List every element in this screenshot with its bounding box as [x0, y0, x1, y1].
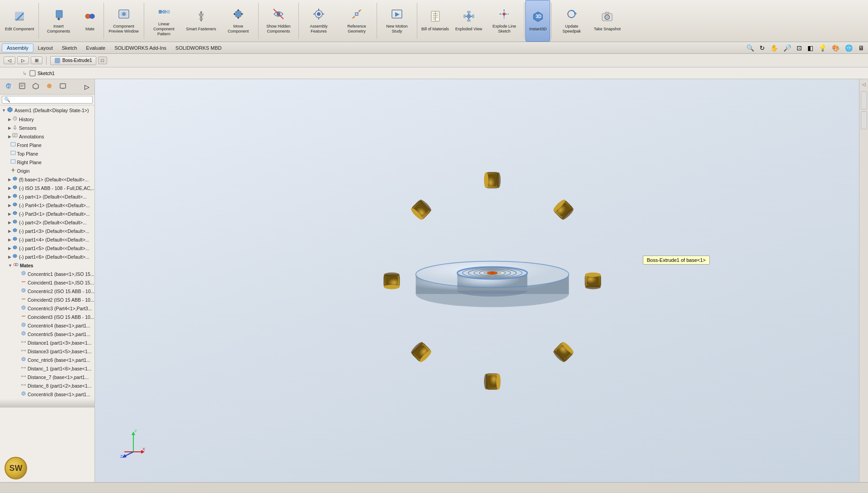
- view-icon-appearance[interactable]: 🎨: [830, 43, 841, 52]
- new-motion-study-button[interactable]: New Motion Study: [378, 0, 416, 42]
- tree-item-iso15abb[interactable]: ▶ (-) ISO 15 ABB - 108 - Full,DE,AC,...: [6, 184, 94, 192]
- view-icon-lights[interactable]: 💡: [817, 43, 828, 52]
- menu-assembly[interactable]: Assembly: [2, 43, 33, 52]
- coincident1-label: Coincident1 (base<1>,ISO 15...: [28, 280, 94, 285]
- tree-item-coincident1[interactable]: Coincident1 (base<1>,ISO 15...: [19, 278, 94, 287]
- svg-text:FM: FM: [7, 84, 12, 89]
- tree-item-distance7[interactable]: Distance_7 (base<1>,part1...: [19, 373, 94, 381]
- tree-expand-icon[interactable]: ▷: [82, 82, 92, 92]
- take-snapshot-button[interactable]: Take Snapshot: [590, 0, 624, 42]
- tree-item-mates[interactable]: ▼ Mates: [6, 261, 94, 270]
- config-manager-icon[interactable]: [30, 81, 42, 92]
- tree-root[interactable]: ▼ Assem1 (Default<Display State-1>): [0, 105, 94, 115]
- right-tab-2[interactable]: [861, 111, 867, 129]
- boss-extrude-breadcrumb[interactable]: Boss-Extrude1: [50, 56, 96, 65]
- bill-of-materials-button[interactable]: Bill of Materials: [418, 0, 452, 42]
- svg-point-122: [23, 358, 24, 360]
- feature-manager-icon[interactable]: FM: [3, 81, 14, 92]
- right-tab-1[interactable]: [861, 91, 867, 109]
- tree-item-concentric4[interactable]: Concentric4 (base<1>,part1...: [19, 321, 94, 330]
- tree-item-history[interactable]: ▶ History: [6, 115, 94, 123]
- component-preview-button[interactable]: Component Preview Window: [105, 0, 143, 42]
- menu-addins[interactable]: SOLIDWORKS Add-Ins: [110, 44, 171, 52]
- menu-sketch[interactable]: Sketch: [57, 44, 82, 52]
- menu-evaluate[interactable]: Evaluate: [81, 44, 110, 52]
- view-icon-pan[interactable]: ✋: [769, 43, 780, 52]
- tree-item-front-plane[interactable]: Front Plane: [6, 141, 94, 149]
- tree-item-concentric5[interactable]: Concentric5 (base<1>,part1...: [19, 330, 94, 338]
- tree-item-part1-3[interactable]: ▶ (-) part1<3> (Default<<Default>...: [6, 227, 94, 235]
- smart-fasteners-button[interactable]: Smart Fasteners: [183, 0, 220, 42]
- svg-rect-65: [55, 58, 60, 63]
- tree-item-distance1b[interactable]: Distanc_1 (part1<6>,base<1...: [19, 364, 94, 373]
- tree-item-part1-4[interactable]: ▶ (-) part1<4> (Default<<Default>...: [6, 235, 94, 244]
- svg-marker-23: [233, 13, 235, 15]
- tree-item-mates-label: Mates: [20, 263, 33, 268]
- update-speedpak-button[interactable]: Update Speedpak: [552, 0, 590, 42]
- reference-geometry-button[interactable]: Reference Geometry: [338, 0, 376, 42]
- 3d-viewport[interactable]: Boss-Extrude1 of base<1> Y X Z: [95, 79, 859, 482]
- tree-item-concentric6[interactable]: Conc_ntric6 (base<1>,part1...: [19, 356, 94, 364]
- tree-section-main: ▶ History ▶ Sensors ▶ Annotations: [0, 115, 94, 398]
- tree-item-part1-6[interactable]: ▶ (-) part1<6> (Default<<Default>...: [6, 252, 94, 261]
- dim-xpert-icon[interactable]: [43, 81, 55, 92]
- tree-item-part2[interactable]: ▶ (-) part<2> (Default<<Default>...: [6, 218, 94, 227]
- view-icon-rotate[interactable]: ↻: [758, 43, 767, 52]
- tree-item-part1[interactable]: ▶ (-) part<1> (Default<<Default>...: [6, 192, 94, 201]
- view-icon-zoom[interactable]: 🔎: [782, 43, 793, 52]
- view-icon-section[interactable]: ⊡: [795, 43, 804, 52]
- svg-marker-99: [13, 254, 17, 258]
- linear-component-pattern-button[interactable]: Linear Component Pattern: [145, 0, 183, 42]
- back-button[interactable]: ◁: [4, 57, 15, 64]
- tree-item-concentric8[interactable]: Concentric8 (base<1>,part1...: [19, 390, 94, 398]
- svg-marker-72: [33, 83, 38, 89]
- tree-item-concentric1[interactable]: Concentric1 (base<1>,ISO 15...: [19, 270, 94, 278]
- tree-item-top-plane[interactable]: Top Plane: [6, 149, 94, 158]
- tree-item-coincident3[interactable]: Coincident3 (ISO 15 ABB - 10...: [19, 313, 94, 321]
- svg-rect-48: [467, 11, 471, 13]
- extrude-box[interactable]: □: [98, 57, 107, 64]
- move-component-button[interactable]: Move Component: [219, 0, 257, 42]
- svg-point-109: [23, 307, 24, 308]
- menu-mbd[interactable]: SOLIDWORKS MBD: [171, 44, 226, 52]
- assembly-features-button[interactable]: Assembly Features: [300, 0, 338, 42]
- right-panel-expand[interactable]: ◁: [861, 81, 867, 88]
- tree-item-concentric2[interactable]: Concentric2 (ISO 15 ABB - 10...: [19, 287, 94, 295]
- show-hidden-button[interactable]: Show Hidden Components: [259, 0, 297, 42]
- tree-item-annotations[interactable]: ▶ Annotations: [6, 132, 94, 141]
- insert-components-button[interactable]: Insert Components: [40, 0, 78, 42]
- menu-layout[interactable]: Layout: [33, 44, 57, 52]
- rebuild-button[interactable]: ⊞: [31, 57, 42, 64]
- display-manager-icon[interactable]: [57, 81, 69, 92]
- exploded-view-button[interactable]: Exploded View: [452, 0, 485, 42]
- mate-button[interactable]: Mate: [78, 0, 103, 42]
- property-manager-icon[interactable]: [16, 81, 28, 92]
- view-icon-display[interactable]: ◧: [806, 43, 815, 52]
- explode-line-sketch-icon: [498, 8, 510, 23]
- edit-component-button[interactable]: Edit Component: [2, 0, 38, 42]
- view-icon-search[interactable]: 🔍: [745, 43, 756, 52]
- svg-point-108: [22, 306, 25, 309]
- forward-button[interactable]: ▷: [17, 57, 29, 64]
- tree-item-distance3[interactable]: Distance3 (part1<5>,base<1...: [19, 347, 94, 356]
- svg-point-148: [490, 272, 495, 274]
- tree-item-part3-1[interactable]: ▶ (-) Part3<1> (Default<<Default>...: [6, 209, 94, 218]
- tree-item-sensors[interactable]: ▶ Sensors: [6, 123, 94, 132]
- tree-item-part1-5[interactable]: ▶ (-) part1<5> (Default<<Default>...: [6, 244, 94, 252]
- tree-item-distance8[interactable]: Distanc_8 (part1<2>,base<1...: [19, 381, 94, 390]
- distance3-label: Distance3 (part1<5>,base<1...: [28, 349, 92, 354]
- tree-item-origin[interactable]: Origin: [6, 166, 94, 175]
- tree-item-concentric3[interactable]: Concentric3 (Part4<1>,Part3...: [19, 304, 94, 313]
- svg-line-79: [15, 119, 16, 119]
- 3d-model[interactable]: [352, 145, 632, 417]
- view-icon-monitor[interactable]: 🖥: [856, 43, 866, 52]
- tree-item-right-plane[interactable]: Right Plane: [6, 158, 94, 166]
- tree-search-input[interactable]: [10, 97, 90, 102]
- instant3d-button[interactable]: 3D Instant3D: [525, 0, 550, 42]
- explode-line-sketch-button[interactable]: Explode Line Sketch: [485, 0, 523, 42]
- view-icon-scene[interactable]: 🌐: [843, 43, 854, 52]
- tree-item-part4-1[interactable]: ▶ (-) Part4<1> (Default<<Default>...: [6, 201, 94, 209]
- tree-item-base1[interactable]: ▶ (f) base<1> (Default<<Default>...: [6, 175, 94, 184]
- tree-item-coincident2[interactable]: Coincident2 (ISO 15 ABB - 10...: [19, 295, 94, 304]
- tree-item-distance1[interactable]: Distance1 (part1<3>,base<1...: [19, 338, 94, 347]
